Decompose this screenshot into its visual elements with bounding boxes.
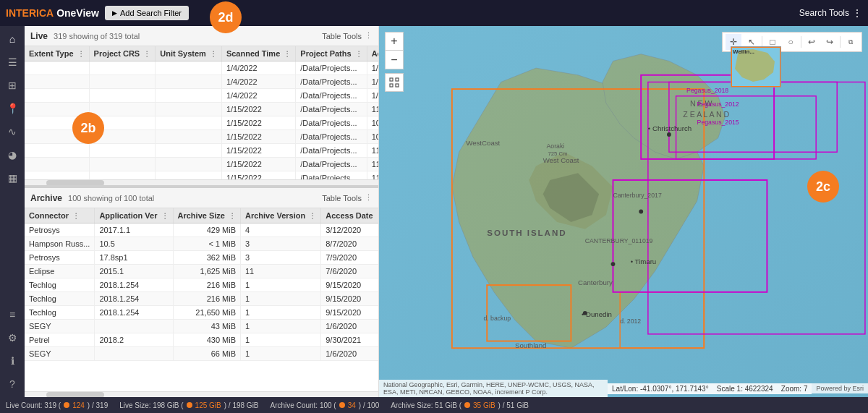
wellington-label: Wellin... (733, 48, 754, 55)
archive-table-tools[interactable]: Table Tools ⋮ (322, 193, 373, 203)
archive-table-row[interactable]: Petrel 2018.2 430 MiB 1 9/30/2021 ESRI_P… (25, 333, 378, 347)
search-tools[interactable]: Search Tools ⋮ (799, 7, 862, 19)
map-tool-redo[interactable]: ↪ (822, 34, 838, 50)
archive-table-row[interactable]: SEGY 66 MiB 1 1/6/2020 (25, 347, 378, 361)
cell-connector: SEGY (25, 347, 95, 361)
sidebar-icon-help[interactable]: ? (4, 375, 21, 393)
svg-text:Canterbury: Canterbury (578, 278, 613, 286)
zoom-out-button[interactable]: − (385, 51, 404, 69)
live-tools-icon[interactable]: ⋮ (365, 31, 373, 41)
archive-table-row[interactable]: SEGY 43 MiB 1 1/6/2020 (25, 320, 378, 333)
live-table-wrapper[interactable]: Extent Type ⋮ Project CRS ⋮ Unit System … (25, 46, 378, 179)
map-area[interactable]: N E W Z E A L A N D SOUTH ISLAND WestCoa… (379, 26, 868, 397)
archive-tools-icon[interactable]: ⋮ (365, 193, 373, 203)
archive-hscroll[interactable] (25, 391, 378, 397)
cell-archive-ver: 3 (241, 237, 321, 251)
zoom-controls: + − (385, 32, 404, 69)
cell-archive-size: 1,625 MiB (173, 265, 240, 278)
svg-rect-41 (396, 78, 399, 81)
cell-unit-system (156, 144, 222, 158)
svg-text:Pegasus_2018: Pegasus_2018 (686, 87, 728, 94)
cell-access-date-arch: 9/30/2021 (321, 333, 378, 347)
archive-table-row[interactable]: Hampson Russ... 10.5 < 1 MiB 3 8/7/2020 … (25, 237, 378, 251)
cell-unit-system (156, 171, 222, 180)
sidebar-icon-info[interactable]: ℹ (4, 352, 21, 370)
sidebar-icon-chart[interactable]: ∿ (4, 123, 21, 140)
live-hscroll[interactable] (25, 179, 378, 185)
live-table-row[interactable]: 1/4/2022 /Data/Projects... 1/17/2020 (25, 61, 378, 75)
archive-table-row[interactable]: Techlog 2018.1.254 216 MiB 1 9/15/2020 (25, 292, 378, 306)
svg-point-15 (639, 210, 643, 214)
status-bar: Live Count: 319 ( 124 ) / 319 Live Size:… (0, 397, 868, 413)
cell-project-crs (89, 171, 156, 180)
search-tools-menu-icon[interactable]: ⋮ (852, 7, 862, 19)
col-project-crs[interactable]: Project CRS ⋮ (89, 46, 156, 61)
sidebar-icon-location[interactable]: 📍 (4, 100, 21, 117)
archive-count-dot (339, 402, 345, 408)
col-connector[interactable]: Connector ⋮ (25, 208, 95, 223)
map-tool-undo[interactable]: ↩ (804, 34, 820, 50)
cell-scanned-time: 1/15/2022 (221, 116, 295, 130)
cell-project-paths: /Data/Projects... (296, 158, 367, 171)
svg-text:• Timaru: • Timaru (631, 257, 657, 265)
live-table-row[interactable]: 1/15/2022 /Data/Projects... 10/11/201 (25, 130, 378, 144)
live-table-row[interactable]: 1/4/2022 /Data/Projects... 1/17/2020 (25, 89, 378, 103)
col-archive-ver[interactable]: Archive Version ⋮ (241, 208, 321, 223)
sidebar-icon-bar[interactable]: ▦ (4, 169, 21, 187)
col-app-ver[interactable]: Application Ver ⋮ (95, 208, 173, 223)
cell-project-paths: /Data/Projects... (296, 171, 367, 180)
live-table-tools[interactable]: Table Tools ⋮ (322, 31, 373, 41)
topbar: INTERICA OneView Add Search Filter Searc… (0, 0, 868, 26)
logo-brand: INTERICA (6, 7, 54, 19)
cell-archive-size: 216 MiB (173, 292, 240, 306)
zoom-in-button[interactable]: + (385, 32, 404, 51)
sidebar-icon-home[interactable]: ⌂ (4, 30, 21, 48)
archive-table-row[interactable]: Eclipse 2015.1 1,625 MiB 11 7/6/2020 (25, 265, 378, 278)
live-table-row[interactable]: 1/15/2022 /Data/Projects... 10/11/201 (25, 116, 378, 130)
live-count-dot (64, 402, 69, 408)
sidebar-icon-layers[interactable]: ⊞ (4, 77, 21, 94)
cell-project-paths: /Data/Projects... (296, 130, 367, 144)
cell-access-date: 1/17/2020 (367, 89, 378, 103)
svg-rect-42 (390, 84, 393, 87)
col-extent-type[interactable]: Extent Type ⋮ (25, 46, 89, 61)
sidebar-icon-menu[interactable]: ≡ (4, 306, 21, 323)
cell-access-date: 11/5/2021 (367, 144, 378, 158)
map-tool-circle[interactable]: ○ (783, 34, 799, 50)
live-table-row[interactable]: 1/15/2022 /Data/Projects... 11/5/2021 (25, 158, 378, 171)
col-access-date-arch[interactable]: Access Date ⋮ (321, 208, 378, 223)
cell-unit-system (156, 89, 222, 103)
col-unit-system[interactable]: Unit System ⋮ (156, 46, 222, 61)
archive-table-wrapper[interactable]: Connector ⋮ Application Ver ⋮ Archive Si… (25, 208, 378, 391)
archive-table-row[interactable]: Techlog 2018.1.254 21,650 MiB 1 9/15/202… (25, 306, 378, 320)
col-access-date[interactable]: Access Da ⋮ (367, 46, 378, 61)
cell-project-crs (89, 75, 156, 89)
cell-project-crs (89, 158, 156, 171)
sidebar-icon-pie[interactable]: ◕ (4, 146, 21, 163)
zoom-extent-button[interactable] (385, 73, 404, 92)
map-tool-copy[interactable]: ⧉ (843, 34, 859, 50)
cell-extent-type (25, 103, 89, 116)
cell-scanned-time: 1/4/2022 (221, 61, 295, 75)
cell-archive-size: 429 MiB (173, 223, 240, 237)
archive-table-row[interactable]: Techlog 2018.1.254 216 MiB 1 9/15/2020 (25, 278, 378, 292)
live-table-row[interactable]: 1/15/2022 /Data/Projects... 11/5/2021 (25, 144, 378, 158)
archive-size-dot (464, 402, 470, 408)
powered-by: Powered by Esri (812, 383, 868, 393)
live-table-row[interactable]: 1/4/2022 /Data/Projects... 1/17/2020 (25, 75, 378, 89)
sidebar-icon-list[interactable]: ☰ (4, 54, 21, 71)
cell-project-crs (89, 103, 156, 116)
cell-extent-type (25, 61, 89, 75)
svg-text:WestCoast: WestCoast (466, 139, 500, 147)
col-archive-size[interactable]: Archive Size ⋮ (173, 208, 240, 223)
cell-access-date: 10/11/201 (367, 116, 378, 130)
col-project-paths[interactable]: Project Paths ⋮ (296, 46, 367, 61)
live-table-row[interactable]: 1/15/2022 /Data/Projects... 11/5/2021 (25, 171, 378, 180)
archive-table-row[interactable]: Petrosys 2017.1.1 429 MiB 4 3/12/2020 ED… (25, 223, 378, 237)
live-table-row[interactable]: 1/15/2022 /Data/Projects... 11/5/2021 (25, 103, 378, 116)
col-scanned-time[interactable]: Scanned Time ⋮ (221, 46, 295, 61)
sidebar-icon-settings[interactable]: ⚙ (4, 329, 21, 346)
svg-text:SOUTH ISLAND: SOUTH ISLAND (487, 228, 566, 237)
add-filter-button[interactable]: Add Search Filter (105, 6, 189, 20)
archive-table-row[interactable]: Petrosys 17.8sp1 362 MiB 3 7/9/2020 ED50… (25, 251, 378, 265)
